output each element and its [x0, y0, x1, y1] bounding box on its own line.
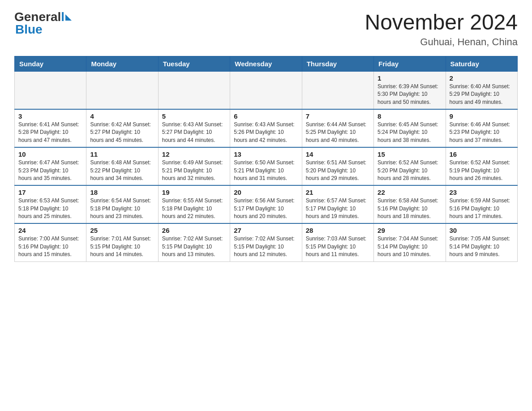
calendar-cell: 7Sunrise: 6:44 AM Sunset: 5:25 PM Daylig… — [302, 109, 373, 147]
day-number: 7 — [306, 112, 370, 120]
day-number: 18 — [90, 188, 154, 196]
day-info: Sunrise: 6:40 AM Sunset: 5:29 PM Dayligh… — [450, 83, 514, 106]
day-info: Sunrise: 6:44 AM Sunset: 5:25 PM Dayligh… — [306, 121, 370, 144]
calendar-cell — [86, 71, 158, 109]
logo-triangle-icon — [65, 14, 72, 21]
day-info: Sunrise: 7:00 AM Sunset: 5:16 PM Dayligh… — [18, 235, 82, 258]
day-info: Sunrise: 6:49 AM Sunset: 5:21 PM Dayligh… — [162, 159, 226, 182]
calendar-cell: 8Sunrise: 6:45 AM Sunset: 5:24 PM Daylig… — [374, 109, 446, 147]
calendar-cell: 23Sunrise: 6:59 AM Sunset: 5:16 PM Dayli… — [446, 185, 517, 223]
calendar-cell: 26Sunrise: 7:02 AM Sunset: 5:15 PM Dayli… — [158, 223, 230, 261]
calendar-cell: 15Sunrise: 6:52 AM Sunset: 5:20 PM Dayli… — [374, 147, 446, 185]
day-info: Sunrise: 6:41 AM Sunset: 5:28 PM Dayligh… — [18, 121, 82, 144]
day-number: 1 — [378, 74, 442, 82]
day-info: Sunrise: 6:59 AM Sunset: 5:16 PM Dayligh… — [450, 197, 514, 220]
calendar-cell: 14Sunrise: 6:51 AM Sunset: 5:20 PM Dayli… — [302, 147, 373, 185]
day-info: Sunrise: 6:45 AM Sunset: 5:24 PM Dayligh… — [378, 121, 442, 144]
calendar-cell: 17Sunrise: 6:53 AM Sunset: 5:18 PM Dayli… — [15, 185, 86, 223]
day-number: 6 — [234, 112, 298, 120]
calendar-cell: 22Sunrise: 6:58 AM Sunset: 5:16 PM Dayli… — [374, 185, 446, 223]
calendar-week-row: 1Sunrise: 6:39 AM Sunset: 5:30 PM Daylig… — [15, 71, 518, 109]
column-header-sunday: Sunday — [15, 56, 86, 71]
calendar-cell: 1Sunrise: 6:39 AM Sunset: 5:30 PM Daylig… — [374, 71, 446, 109]
calendar-cell: 12Sunrise: 6:49 AM Sunset: 5:21 PM Dayli… — [158, 147, 230, 185]
day-info: Sunrise: 6:48 AM Sunset: 5:22 PM Dayligh… — [90, 159, 154, 182]
calendar-week-row: 10Sunrise: 6:47 AM Sunset: 5:23 PM Dayli… — [15, 147, 518, 185]
day-info: Sunrise: 6:42 AM Sunset: 5:27 PM Dayligh… — [90, 121, 154, 144]
header: Generall Blue November 2024 Guhuai, Hena… — [14, 11, 518, 48]
logo-general: General — [14, 11, 61, 23]
calendar-cell: 21Sunrise: 6:57 AM Sunset: 5:17 PM Dayli… — [302, 185, 373, 223]
day-info: Sunrise: 6:52 AM Sunset: 5:20 PM Dayligh… — [378, 159, 442, 182]
day-number: 21 — [306, 188, 370, 196]
day-info: Sunrise: 6:43 AM Sunset: 5:26 PM Dayligh… — [234, 121, 298, 144]
calendar-cell: 19Sunrise: 6:55 AM Sunset: 5:18 PM Dayli… — [158, 185, 230, 223]
day-info: Sunrise: 6:52 AM Sunset: 5:19 PM Dayligh… — [450, 159, 514, 182]
calendar-cell: 5Sunrise: 6:43 AM Sunset: 5:27 PM Daylig… — [158, 109, 230, 147]
day-number: 5 — [162, 112, 226, 120]
calendar-header-row: SundayMondayTuesdayWednesdayThursdayFrid… — [15, 56, 518, 71]
day-number: 24 — [18, 227, 82, 234]
column-header-tuesday: Tuesday — [158, 56, 230, 71]
calendar-week-row: 3Sunrise: 6:41 AM Sunset: 5:28 PM Daylig… — [15, 109, 518, 147]
day-number: 29 — [378, 227, 442, 234]
day-number: 15 — [378, 150, 442, 158]
day-info: Sunrise: 7:03 AM Sunset: 5:15 PM Dayligh… — [306, 235, 370, 258]
column-header-saturday: Saturday — [446, 56, 517, 71]
day-number: 22 — [378, 188, 442, 196]
day-number: 30 — [450, 227, 514, 234]
day-info: Sunrise: 6:51 AM Sunset: 5:20 PM Dayligh… — [306, 159, 370, 182]
calendar-cell: 25Sunrise: 7:01 AM Sunset: 5:15 PM Dayli… — [86, 223, 158, 261]
logo-blue-sub: Blue — [14, 22, 43, 37]
day-info: Sunrise: 6:47 AM Sunset: 5:23 PM Dayligh… — [18, 159, 82, 182]
calendar-cell: 2Sunrise: 6:40 AM Sunset: 5:29 PM Daylig… — [446, 71, 517, 109]
day-info: Sunrise: 6:55 AM Sunset: 5:18 PM Dayligh… — [162, 197, 226, 220]
day-info: Sunrise: 6:54 AM Sunset: 5:18 PM Dayligh… — [90, 197, 154, 220]
day-number: 20 — [234, 188, 298, 196]
day-info: Sunrise: 7:04 AM Sunset: 5:14 PM Dayligh… — [378, 235, 442, 258]
column-header-monday: Monday — [86, 56, 158, 71]
day-number: 3 — [18, 112, 82, 120]
day-info: Sunrise: 6:57 AM Sunset: 5:17 PM Dayligh… — [306, 197, 370, 220]
day-number: 4 — [90, 112, 154, 120]
day-number: 26 — [162, 227, 226, 234]
calendar-cell — [158, 71, 230, 109]
day-number: 10 — [18, 150, 82, 158]
page-subtitle: Guhuai, Henan, China — [365, 36, 518, 48]
calendar-cell: 27Sunrise: 7:02 AM Sunset: 5:15 PM Dayli… — [230, 223, 302, 261]
day-number: 23 — [450, 188, 514, 196]
column-header-thursday: Thursday — [302, 56, 373, 71]
page-title: November 2024 — [365, 11, 518, 34]
day-number: 2 — [450, 74, 514, 82]
calendar-cell: 3Sunrise: 6:41 AM Sunset: 5:28 PM Daylig… — [15, 109, 86, 147]
calendar-week-row: 17Sunrise: 6:53 AM Sunset: 5:18 PM Dayli… — [15, 185, 518, 223]
day-number: 8 — [378, 112, 442, 120]
day-info: Sunrise: 6:50 AM Sunset: 5:21 PM Dayligh… — [234, 159, 298, 182]
calendar-cell — [15, 71, 86, 109]
logo-blue-part: l — [61, 11, 64, 23]
calendar-cell: 4Sunrise: 6:42 AM Sunset: 5:27 PM Daylig… — [86, 109, 158, 147]
calendar-cell: 16Sunrise: 6:52 AM Sunset: 5:19 PM Dayli… — [446, 147, 517, 185]
day-info: Sunrise: 7:02 AM Sunset: 5:15 PM Dayligh… — [234, 235, 298, 258]
calendar-cell: 29Sunrise: 7:04 AM Sunset: 5:14 PM Dayli… — [374, 223, 446, 261]
calendar-cell: 24Sunrise: 7:00 AM Sunset: 5:16 PM Dayli… — [15, 223, 86, 261]
day-number: 9 — [450, 112, 514, 120]
day-info: Sunrise: 6:46 AM Sunset: 5:23 PM Dayligh… — [450, 121, 514, 144]
day-number: 14 — [306, 150, 370, 158]
logo-text: Generall — [14, 11, 72, 23]
calendar-cell: 6Sunrise: 6:43 AM Sunset: 5:26 PM Daylig… — [230, 109, 302, 147]
calendar-cell: 30Sunrise: 7:05 AM Sunset: 5:14 PM Dayli… — [446, 223, 517, 261]
calendar-cell: 10Sunrise: 6:47 AM Sunset: 5:23 PM Dayli… — [15, 147, 86, 185]
calendar-cell: 13Sunrise: 6:50 AM Sunset: 5:21 PM Dayli… — [230, 147, 302, 185]
day-info: Sunrise: 6:56 AM Sunset: 5:17 PM Dayligh… — [234, 197, 298, 220]
day-number: 28 — [306, 227, 370, 234]
calendar-cell: 20Sunrise: 6:56 AM Sunset: 5:17 PM Dayli… — [230, 185, 302, 223]
calendar-cell — [302, 71, 373, 109]
day-info: Sunrise: 7:01 AM Sunset: 5:15 PM Dayligh… — [90, 235, 154, 258]
day-info: Sunrise: 6:43 AM Sunset: 5:27 PM Dayligh… — [162, 121, 226, 144]
calendar-cell: 18Sunrise: 6:54 AM Sunset: 5:18 PM Dayli… — [86, 185, 158, 223]
day-number: 27 — [234, 227, 298, 234]
calendar-cell: 28Sunrise: 7:03 AM Sunset: 5:15 PM Dayli… — [302, 223, 373, 261]
column-header-friday: Friday — [374, 56, 446, 71]
logo: Generall Blue — [14, 11, 72, 37]
